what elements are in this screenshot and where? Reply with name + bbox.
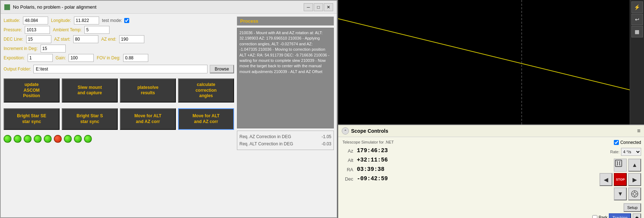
rate-select[interactable]: 4 °/s 1 °/s 0.5 °/s (621, 148, 641, 156)
bright-star-se-button[interactable]: Bright Star SEstar sync (4, 108, 60, 130)
close-button[interactable]: ✕ (324, 3, 333, 11)
connected-checkbox[interactable] (614, 140, 619, 145)
ra-value: 03:39:38 (357, 166, 384, 173)
connected-label: Connected (620, 140, 641, 145)
az-start-input[interactable] (73, 35, 98, 43)
config-section: Latitude: Longitude: test mode: Pressure… (4, 17, 234, 214)
dir-top-row: ▲ (614, 159, 641, 172)
test-mode-row: test mode: (102, 18, 129, 23)
action-buttons-row1: updateASCOMPosition Slew mountand captur… (4, 78, 234, 103)
maximize-button[interactable]: □ (314, 3, 323, 11)
down-button[interactable]: ▼ (614, 187, 627, 200)
alt-coord-row: Alt +32:11:56 (342, 156, 585, 164)
title-bar-left: No Polaris, no problem - polar alignment (4, 4, 97, 10)
up-button[interactable]: ▲ (628, 159, 641, 172)
svg-point-8 (633, 192, 636, 195)
output-folder-input[interactable] (33, 65, 207, 73)
rate-row: Rate: 4 °/s 1 °/s 0.5 °/s (610, 148, 641, 156)
scope-controls-panel: ⌃ Scope Controls ≡ Telescope Simulator f… (338, 124, 644, 218)
app-content: Latitude: Longitude: test mode: Pressure… (1, 14, 337, 217)
dec-coord-row: Dec -09:42:59 (342, 174, 585, 183)
minimize-button[interactable]: ─ (304, 3, 313, 11)
platesolve-button[interactable]: platesolveresults (120, 78, 176, 103)
test-mode-checkbox[interactable] (124, 18, 129, 23)
alt-correction-row: Req. ALT Correction in DEG -0.03 (239, 140, 331, 147)
alt-value: +32:11:56 (357, 157, 388, 163)
right-button[interactable]: ▶ (628, 173, 641, 186)
window-title: No Polaris, no problem - polar alignment (13, 4, 97, 10)
bolt-icon: ⚡ (634, 4, 640, 10)
bolt-button[interactable]: ⚡ (631, 1, 643, 13)
tracking-button[interactable]: Tracking (609, 213, 631, 218)
exposition-label: Exposition: (4, 55, 25, 60)
gain-label: Gain: (56, 55, 66, 60)
correction-section: Req. AZ Correction in DEG -1.05 Req. ALT… (237, 131, 334, 150)
gain-input[interactable] (69, 54, 94, 62)
process-header: Process (237, 17, 334, 26)
status-dot-2 (14, 135, 22, 143)
undo-button[interactable]: ↩ (631, 14, 643, 25)
dec-line-input[interactable] (26, 35, 51, 43)
pressure-input[interactable] (25, 26, 50, 34)
left-button[interactable]: ◀ (599, 173, 612, 186)
setup-row: Setup (624, 203, 641, 212)
latitude-input[interactable] (23, 17, 48, 24)
action-buttons-row2: Bright Star SEstar sync Bright Star Ssta… (4, 108, 234, 130)
hamburger-icon[interactable]: ≡ (637, 128, 640, 134)
status-dot-4 (34, 135, 42, 143)
alt-label: Alt (342, 158, 353, 163)
fov-input[interactable] (123, 54, 148, 62)
svg-rect-0 (615, 160, 622, 167)
move-alt-az-button[interactable]: Move for ALTand AZ corr (178, 108, 234, 130)
undo-icon: ↩ (635, 17, 639, 22)
process-log[interactable]: 210036 - Mount with Alt and AZ rotation … (237, 28, 334, 128)
req-alt-label: Req. ALT Correction in DEG (239, 141, 293, 146)
park-checkbox[interactable] (592, 215, 597, 218)
req-az-label: Req. AZ Correction in DEG (239, 134, 291, 139)
telescope-view: ⚡ ↩ ▦ (338, 0, 644, 124)
title-controls: ─ □ ✕ (304, 3, 333, 11)
increment-input[interactable] (41, 45, 66, 53)
dec-line-label: DEC Line: (4, 37, 23, 42)
target-icon (631, 190, 639, 198)
update-ascom-button[interactable]: updateASCOMPosition (4, 78, 60, 103)
right-panels: ⚡ ↩ ▦ ⌃ Scope Controls ≡ Telescope Simul (337, 0, 644, 218)
req-alt-value: -0.03 (322, 141, 331, 146)
scope-body: Telescope Simulator for .NET Az 179:46:2… (338, 137, 644, 218)
grid-button[interactable]: ▦ (631, 26, 643, 37)
dec-label: Dec (342, 176, 353, 182)
target-button[interactable] (628, 187, 641, 200)
az-end-input[interactable] (119, 35, 144, 43)
chevron-up-icon: ⌃ (344, 129, 347, 133)
process-section: Process 210036 - Mount with Alt and AZ r… (237, 17, 334, 214)
status-dot-1 (4, 135, 11, 143)
status-dot-3 (24, 135, 32, 143)
star-button[interactable]: ★ (633, 213, 641, 218)
exposition-input[interactable] (28, 54, 53, 62)
ra-label: RA (342, 167, 353, 172)
square-bracket-icon (614, 159, 623, 168)
park-label: Park (599, 215, 608, 218)
latitude-label: Latitude: (4, 18, 20, 23)
fov-label: FOV in Deg: (97, 55, 120, 60)
calculate-button[interactable]: calculatecorrectionangles (178, 78, 234, 103)
scope-collapse-button[interactable]: ⌃ (342, 127, 349, 135)
longitude-input[interactable] (74, 17, 99, 24)
browse-button[interactable]: Browse (210, 65, 234, 73)
setup-button[interactable]: Setup (624, 203, 641, 212)
slew-mount-button[interactable]: Slew mountand capture (62, 78, 118, 103)
main-window: No Polaris, no problem - polar alignment… (0, 0, 337, 218)
bright-star-s-button[interactable]: Bright Star Sstar sync (62, 108, 118, 130)
ra-coord-row: RA 03:39:38 (342, 165, 585, 174)
output-label: Output Folder: (4, 67, 31, 72)
grid-icon: ▦ (635, 29, 639, 35)
ambient-temp-input[interactable] (84, 26, 109, 34)
stop-button[interactable]: STOP (614, 173, 627, 186)
status-dot-6 (54, 135, 62, 143)
move-alt-button[interactable]: Move for ALTand AZ corr (120, 108, 176, 130)
star-icon: ★ (635, 215, 639, 218)
dec-value: -09:42:59 (357, 176, 388, 182)
scope-header-left: ⌃ Scope Controls (342, 127, 388, 135)
dir-square-icon (614, 159, 627, 172)
stop-label: STOP (616, 178, 625, 181)
